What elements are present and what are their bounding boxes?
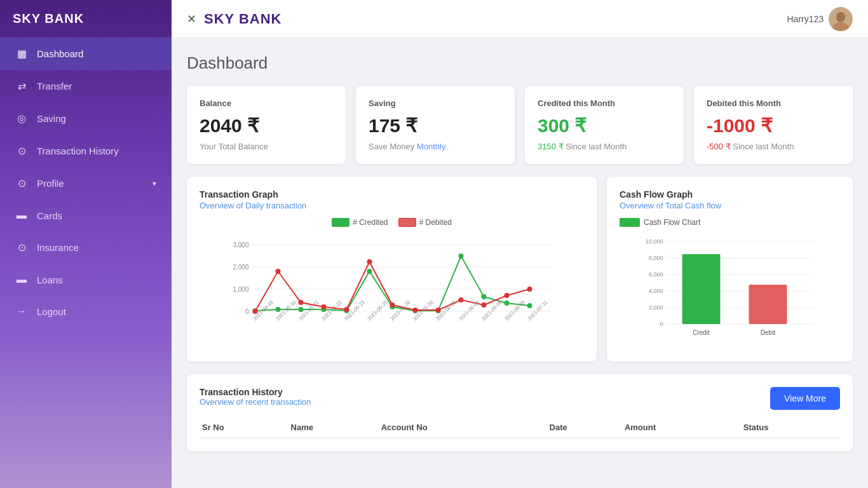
- svg-point-34: [482, 302, 487, 308]
- page-title: Dashboard: [187, 53, 853, 73]
- table-header-row: Sr No Name Account No Date Amount Status: [200, 417, 840, 438]
- svg-text:2,000: 2,000: [649, 304, 663, 311]
- svg-point-28: [344, 307, 349, 312]
- header: ✕ SKY BANK Harry123: [172, 0, 868, 38]
- svg-point-1: [836, 12, 845, 22]
- transaction-history-icon: ⊙: [15, 145, 28, 157]
- debited-sub: -500 ₹ Since last Month: [707, 142, 840, 151]
- svg-point-31: [413, 308, 418, 313]
- logout-icon: →: [15, 306, 28, 317]
- transaction-history-card: Transaction History Overview of recent t…: [187, 374, 853, 451]
- debited-sub-red: -500 ₹: [707, 142, 731, 151]
- sidebar-label-insurance: Insurance: [37, 242, 79, 253]
- svg-point-20: [459, 254, 464, 259]
- svg-point-21: [482, 294, 487, 299]
- cashflow-graph-card: Cash Flow Graph Overview of Total Cash f…: [607, 177, 853, 362]
- svg-point-25: [276, 269, 281, 274]
- legend-debited-label: # Debited: [419, 218, 452, 227]
- cashflow-bar-chart: 10,000 8,000 6,000 4,000 2,000 0: [620, 232, 840, 346]
- sidebar-item-transfer[interactable]: ⇄ Transfer: [0, 70, 172, 102]
- credited-card: Credited this Month 300 ₹ 3150 ₹ Since l…: [525, 86, 684, 164]
- col-date: Date: [547, 417, 622, 438]
- sidebar-item-dashboard[interactable]: ▦ Dashboard: [0, 37, 172, 70]
- transaction-history-title: Transaction History: [200, 387, 311, 397]
- sidebar-label-loans: Loans: [37, 274, 63, 285]
- loans-icon: ▬: [15, 274, 28, 285]
- saving-sub-link[interactable]: Monthly: [417, 142, 446, 151]
- svg-point-32: [436, 308, 441, 313]
- cashflow-graph-title: Cash Flow Graph: [620, 189, 840, 200]
- col-account: Account No: [379, 417, 547, 438]
- debited-card: Debited this Month -1000 ₹ -500 ₹ Since …: [694, 86, 853, 164]
- col-srno: Sr No: [200, 417, 288, 438]
- transaction-table: Sr No Name Account No Date Amount Status: [200, 417, 840, 438]
- credit-label: Credit: [693, 329, 710, 336]
- profile-icon: ⊙: [15, 177, 28, 189]
- svg-point-26: [299, 300, 304, 305]
- svg-text:2,000: 2,000: [233, 264, 248, 271]
- sidebar-label-saving: Saving: [37, 113, 66, 124]
- svg-text:3,000: 3,000: [233, 241, 248, 248]
- svg-text:2021-07-31: 2021-07-31: [527, 299, 550, 322]
- sidebar-item-transaction-history[interactable]: ⊙ Transaction History: [0, 135, 172, 167]
- svg-text:1,000: 1,000: [233, 286, 248, 293]
- line-chart-svg: 3,000 2,000 1,000 0: [200, 232, 584, 346]
- saving-sub: Save Money Monthly: [369, 142, 502, 151]
- balance-label: Balance: [200, 98, 333, 108]
- legend-credited: # Credited: [332, 218, 388, 227]
- saving-card: Saving 175 ₹ Save Money Monthly: [356, 86, 515, 164]
- svg-text:6,000: 6,000: [649, 271, 663, 278]
- svg-text:8,000: 8,000: [649, 255, 663, 261]
- svg-text:0: 0: [660, 321, 663, 327]
- credited-sub-suffix: Since last Month: [566, 142, 627, 151]
- sidebar-item-saving[interactable]: ◎ Saving: [0, 102, 172, 135]
- sidebar-item-insurance[interactable]: ⊙ Insurance: [0, 231, 172, 264]
- username-label: Harry123: [787, 14, 824, 24]
- svg-point-12: [276, 307, 281, 312]
- transfer-icon: ⇄: [15, 80, 28, 92]
- sidebar-label-transfer: Transfer: [37, 81, 72, 92]
- svg-text:10,000: 10,000: [646, 238, 663, 245]
- transaction-table-head: Sr No Name Account No Date Amount Status: [200, 417, 840, 438]
- svg-point-23: [527, 303, 532, 308]
- credit-bar: [682, 254, 721, 324]
- col-amount: Amount: [622, 417, 741, 438]
- svg-point-16: [367, 269, 372, 274]
- stat-cards: Balance 2040 ₹ Your Total Balance Saving…: [187, 86, 853, 164]
- chevron-down-icon: ▾: [153, 179, 156, 188]
- debit-bar: [749, 285, 787, 324]
- sidebar-logo: SKY BANK: [0, 0, 172, 37]
- sidebar-label-cards: Cards: [37, 210, 62, 221]
- col-status: Status: [741, 417, 840, 438]
- sidebar-item-logout[interactable]: → Logout: [0, 295, 172, 327]
- svg-point-30: [390, 302, 395, 308]
- sidebar-item-cards[interactable]: ▬ Cards: [0, 200, 172, 231]
- cashflow-legend-label: Cash Flow Chart: [644, 218, 700, 227]
- balance-sub: Your Total Balance: [200, 142, 333, 151]
- sidebar-nav: ▦ Dashboard ⇄ Transfer ◎ Saving ⊙ Transa…: [0, 37, 172, 488]
- saving-value: 175 ₹: [369, 114, 502, 137]
- transaction-history-text: Transaction History Overview of recent t…: [200, 387, 311, 407]
- svg-point-13: [299, 307, 304, 312]
- close-icon[interactable]: ✕: [187, 12, 196, 26]
- header-title: SKY BANK: [204, 11, 779, 27]
- view-more-button[interactable]: View More: [770, 387, 840, 410]
- debited-legend-box: [398, 218, 416, 227]
- saving-label: Saving: [369, 98, 502, 108]
- sidebar-label-profile: Profile: [37, 178, 64, 189]
- legend-credited-label: # Credited: [353, 218, 388, 227]
- credited-sub: 3150 ₹ Since last Month: [538, 142, 671, 151]
- debited-value: -1000 ₹: [707, 114, 840, 137]
- sidebar-item-profile[interactable]: ⊙ Profile ▾: [0, 167, 172, 200]
- balance-card: Balance 2040 ₹ Your Total Balance: [187, 86, 346, 164]
- svg-point-27: [322, 304, 327, 309]
- transaction-graph-sub: Overview of Daily transaction: [200, 201, 584, 210]
- debit-label: Debit: [761, 329, 776, 336]
- sidebar: SKY BANK ▦ Dashboard ⇄ Transfer ◎ Saving…: [0, 0, 172, 488]
- dashboard-icon: ▦: [15, 48, 28, 60]
- sidebar-item-loans[interactable]: ▬ Loans: [0, 264, 172, 295]
- transaction-history-header: Transaction History Overview of recent t…: [200, 387, 840, 410]
- svg-point-36: [527, 287, 532, 292]
- svg-text:2021-06-05: 2021-06-05: [458, 299, 481, 322]
- svg-text:0: 0: [245, 308, 249, 315]
